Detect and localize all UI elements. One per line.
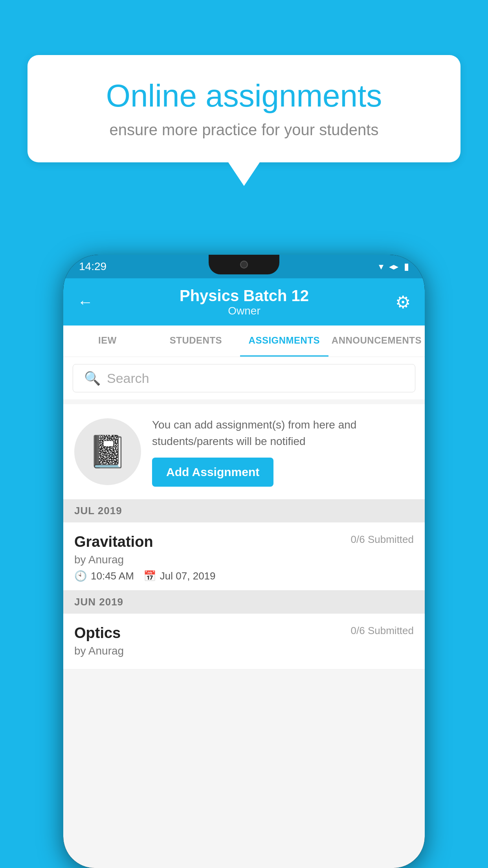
meta-date-gravitation: 📅 Jul 07, 2019 <box>143 570 216 582</box>
assignment-date-gravitation: Jul 07, 2019 <box>160 570 216 582</box>
assignment-by-optics: by Anurag <box>74 645 414 657</box>
search-bar[interactable]: 🔍 Search <box>73 364 415 392</box>
assignment-row-optics[interactable]: Optics 0/6 Submitted by Anurag <box>63 614 425 669</box>
speech-bubble-subtitle: ensure more practice for your students <box>59 121 429 139</box>
tab-iew[interactable]: IEW <box>63 326 152 357</box>
assignment-top-optics: Optics 0/6 Submitted <box>74 625 414 642</box>
section-label-jun: JUN 2019 <box>74 596 123 608</box>
front-camera <box>240 261 248 268</box>
assignment-name-gravitation: Gravitation <box>74 533 153 550</box>
section-header-jun: JUN 2019 <box>63 590 425 614</box>
phone-notch <box>209 255 279 274</box>
phone-frame: 14:29 ▾ ◂▸ ▮ ← Physics Batch 12 Owner ⚙ … <box>63 255 425 868</box>
signal-icon: ◂▸ <box>389 261 398 272</box>
assignment-top: Gravitation 0/6 Submitted <box>74 533 414 550</box>
assignment-submitted-optics: 0/6 Submitted <box>351 625 414 637</box>
calendar-icon: 📅 <box>143 570 156 582</box>
meta-time-gravitation: 🕙 10:45 AM <box>74 570 134 582</box>
assignment-meta-gravitation: 🕙 10:45 AM 📅 Jul 07, 2019 <box>74 570 414 582</box>
status-icons: ▾ ◂▸ ▮ <box>379 261 409 272</box>
assignment-submitted-gravitation: 0/6 Submitted <box>351 533 414 546</box>
section-label-jul: JUL 2019 <box>74 505 122 517</box>
speech-bubble: Online assignments ensure more practice … <box>28 55 460 162</box>
section-header-jul: JUL 2019 <box>63 499 425 522</box>
add-assignment-button[interactable]: Add Assignment <box>152 458 273 487</box>
app-content: 🔍 Search 📓 You can add assignment(s) fro… <box>63 357 425 868</box>
tab-students[interactable]: STUDENTS <box>152 326 240 357</box>
back-button[interactable]: ← <box>77 293 93 311</box>
app-header: ← Physics Batch 12 Owner ⚙ <box>63 278 425 326</box>
header-title-group: Physics Batch 12 Owner <box>180 287 309 317</box>
promo-right: You can add assignment(s) from here and … <box>152 417 414 487</box>
promo-icon-circle: 📓 <box>74 418 141 485</box>
tab-assignments[interactable]: ASSIGNMENTS <box>240 326 328 357</box>
header-subtitle: Owner <box>180 305 309 317</box>
notebook-icon: 📓 <box>88 433 127 470</box>
settings-icon[interactable]: ⚙ <box>395 292 411 312</box>
header-title: Physics Batch 12 <box>180 287 309 305</box>
status-time: 14:29 <box>79 260 106 273</box>
assignment-name-optics: Optics <box>74 625 121 642</box>
assignment-by-gravitation: by Anurag <box>74 554 414 566</box>
search-icon: 🔍 <box>84 370 101 386</box>
tab-announcements[interactable]: ANNOUNCEMENTS <box>328 326 425 357</box>
search-container: 🔍 Search <box>63 357 425 399</box>
promo-card: 📓 You can add assignment(s) from here an… <box>63 404 425 499</box>
battery-icon: ▮ <box>404 261 409 272</box>
tabs-bar: IEW STUDENTS ASSIGNMENTS ANNOUNCEMENTS <box>63 326 425 357</box>
assignment-row-gravitation[interactable]: Gravitation 0/6 Submitted by Anurag 🕙 10… <box>63 522 425 590</box>
promo-text: You can add assignment(s) from here and … <box>152 417 414 450</box>
search-placeholder: Search <box>107 371 149 386</box>
speech-bubble-arrow <box>228 162 260 186</box>
assignment-time-gravitation: 10:45 AM <box>91 570 134 582</box>
wifi-icon: ▾ <box>379 261 383 272</box>
speech-bubble-container: Online assignments ensure more practice … <box>28 55 460 186</box>
speech-bubble-title: Online assignments <box>59 79 429 113</box>
clock-icon: 🕙 <box>74 570 87 582</box>
phone-screen: 14:29 ▾ ◂▸ ▮ ← Physics Batch 12 Owner ⚙ … <box>63 255 425 868</box>
